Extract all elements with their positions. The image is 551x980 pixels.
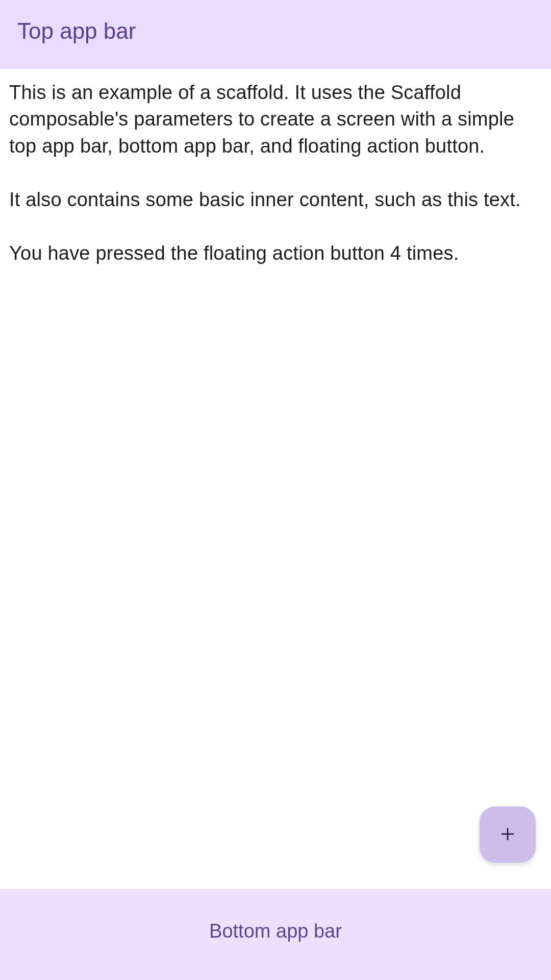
content-paragraph-3: You have pressed the floating action but…	[9, 242, 459, 264]
floating-action-button[interactable]	[480, 806, 536, 863]
content-text: This is an example of a scaffold. It use…	[9, 79, 542, 266]
add-icon	[498, 825, 517, 845]
bottom-app-bar: Bottom app bar	[0, 889, 551, 980]
top-app-bar: Top app bar	[0, 0, 551, 69]
bottom-app-bar-label: Bottom app bar	[0, 920, 551, 942]
content-paragraph-2: It also contains some basic inner conten…	[9, 189, 521, 210]
top-app-bar-title: Top app bar	[17, 18, 534, 44]
main-content: This is an example of a scaffold. It use…	[0, 69, 551, 889]
content-paragraph-1: This is an example of a scaffold. It use…	[9, 82, 514, 157]
